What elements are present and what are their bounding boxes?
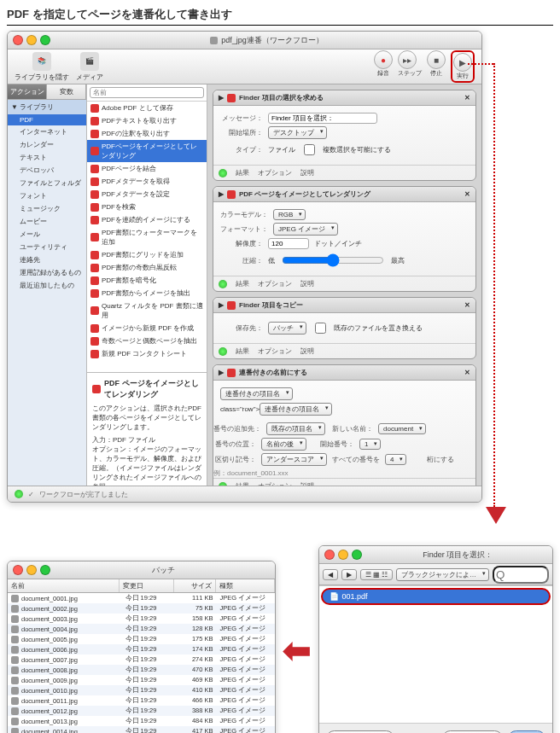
file-row[interactable]: document_0005.jpg今日 19:29175 KBJPEG イメージ: [8, 634, 275, 644]
action-item[interactable]: PDF書類を暗号化: [87, 274, 207, 287]
step-button[interactable]: ▸▸: [398, 50, 417, 69]
action-column: Adobe PDF として保存PDFテキストを取り出すPDFの注釈を取り出すPD…: [87, 84, 207, 486]
workflow-step[interactable]: ▶PDF ページをイメージとしてレンダリング✕カラーモデル：RGBフォーマット：…: [213, 186, 476, 292]
tab-variables[interactable]: 変数: [47, 84, 86, 99]
sidebar-item[interactable]: メール: [8, 228, 86, 241]
action-item[interactable]: PDFメタデータを設定: [87, 188, 207, 201]
minimize-button[interactable]: [26, 35, 37, 45]
file-row[interactable]: document_0014.jpg今日 19:29417 KBJPEG イメージ: [8, 726, 275, 733]
status-bar: ✓ ワークフローが完了しました: [8, 486, 481, 502]
action-item[interactable]: PDFテキストを取り出す: [87, 114, 207, 127]
page-title: PDF を指定してページを連番化して書き出す: [7, 7, 553, 26]
workflow-icon: [210, 37, 218, 44]
action-item[interactable]: PDFの注釈を取り出す: [87, 127, 207, 140]
file-row[interactable]: document_0003.jpg今日 19:29158 KBJPEG イメージ: [8, 614, 275, 624]
action-item[interactable]: Adobe PDF として保存: [87, 102, 207, 114]
file-row[interactable]: document_0004.jpg今日 19:29128 KBJPEG イメージ: [8, 624, 275, 634]
pdf-icon: 📄: [330, 592, 339, 601]
action-item[interactable]: PDFページをイメージとしてレンダリング: [87, 140, 207, 162]
window-title: pdf_jpg連番（ワークフロー）: [221, 35, 324, 46]
close-button[interactable]: [13, 565, 23, 575]
zoom-button[interactable]: [352, 550, 362, 560]
forward-button[interactable]: ▶: [341, 569, 357, 580]
sidebar-library[interactable]: ▼ ライブラリ: [8, 100, 86, 114]
sidebar-item[interactable]: 運用記録があるもの: [8, 266, 86, 279]
toolbar: 📚ライブラリを隠す 🎬メディア ●録音 ▸▸ステップ ■停止 ▶実行: [8, 49, 481, 84]
workflow-area[interactable]: ▶Finder 項目の選択を求める✕メッセージ：開始場所：デスクトップタイプ：フ…: [207, 84, 481, 486]
zoom-button[interactable]: [40, 35, 50, 45]
action-item[interactable]: PDF書類からイメージを抽出: [87, 287, 207, 300]
sidebar-item[interactable]: ファイルとフォルダ: [8, 177, 86, 189]
sidebar-item[interactable]: 最近追加したもの: [8, 279, 86, 292]
action-item[interactable]: 新規 PDF コンタクトシート: [87, 347, 207, 360]
path-dropdown[interactable]: ブラックジャックによ…: [396, 568, 489, 581]
sidebar-item[interactable]: インターネット: [8, 125, 86, 138]
sidebar-item[interactable]: 連絡先: [8, 253, 86, 266]
record-button[interactable]: ●: [374, 50, 393, 69]
view-buttons[interactable]: ☰ ▦ ☷: [360, 569, 393, 580]
action-icon: [92, 385, 101, 393]
file-row[interactable]: document_0012.jpg今日 19:29388 KBJPEG イメージ: [8, 706, 275, 716]
automator-window: pdf_jpg連番（ワークフロー） 📚ライブラリを隠す 🎬メディア ●録音 ▸▸…: [7, 31, 482, 503]
dialog-toolbar: ◀ ▶ ☰ ▦ ☷ ブラックジャックによ…: [319, 564, 552, 585]
arrow-down: [486, 507, 506, 524]
sidebar-item[interactable]: カレンダー: [8, 138, 86, 151]
dialog-list[interactable]: 📄001.pdf: [319, 585, 552, 724]
workflow-step[interactable]: ▶Finder 項目をコピー✕保存先：バッチ 既存のファイルを置き換える結果オプ…: [213, 297, 476, 359]
workflow-step[interactable]: ▶Finder 項目の選択を求める✕メッセージ：開始場所：デスクトップタイプ：フ…: [213, 90, 476, 181]
back-button[interactable]: ◀: [323, 569, 338, 580]
search-input[interactable]: [90, 87, 204, 98]
zoom-button[interactable]: [40, 565, 50, 575]
workflow-step[interactable]: ▶連番付きの名前にする✕連番付きの項目名class="row">連番付きの項目名…: [213, 364, 476, 486]
open-dialog: Finder 項目を選択： ◀ ▶ ☰ ▦ ☷ ブラックジャックによ… 📄001…: [318, 545, 553, 733]
stop-button[interactable]: ■: [427, 50, 446, 69]
sidebar-item[interactable]: テキスト: [8, 151, 86, 164]
file-row[interactable]: document_0013.jpg今日 19:29484 KBJPEG イメージ: [8, 716, 275, 726]
titlebar: pdf_jpg連番（ワークフロー）: [8, 32, 481, 49]
action-item[interactable]: PDFを検索: [87, 201, 207, 213]
action-item[interactable]: PDFページを結合: [87, 162, 207, 175]
sidebar-item[interactable]: ユーティリティ: [8, 241, 86, 253]
sidebar-item[interactable]: ミュージック: [8, 202, 86, 215]
file-row[interactable]: document_0001.jpg今日 19:29111 KBJPEG イメージ: [8, 593, 275, 603]
action-item[interactable]: PDFを連続的イメージにする: [87, 213, 207, 226]
media-button[interactable]: 🎬メディア: [76, 52, 103, 82]
file-row[interactable]: document_0007.jpg今日 19:29274 KBJPEG イメージ: [8, 654, 275, 665]
action-item[interactable]: PDF書類にウォーターマークを追加: [87, 226, 207, 248]
dialog-title: Finder 項目を選択：: [369, 550, 547, 561]
description-pane: PDF ページをイメージとしてレンダリング このアクションは、選択されたPDF書…: [87, 372, 207, 486]
sidebar-item[interactable]: ムービー: [8, 215, 86, 228]
file-row[interactable]: document_0009.jpg今日 19:29469 KBJPEG イメージ: [8, 675, 275, 685]
sidebar-item[interactable]: フォント: [8, 189, 86, 202]
file-item-selected[interactable]: 📄001.pdf: [321, 588, 551, 605]
status-icon: [15, 490, 23, 498]
action-item[interactable]: PDF書類の奇数白黒反転: [87, 261, 207, 274]
hide-library-button[interactable]: 📚ライブラリを隠す: [15, 52, 69, 82]
close-button[interactable]: [324, 550, 335, 560]
search-field[interactable]: [493, 566, 549, 584]
close-button[interactable]: [13, 35, 23, 45]
sidebar-item[interactable]: デベロッパ: [8, 164, 86, 177]
run-button-highlight: ▶実行: [451, 50, 475, 83]
finder-title: バッチ: [152, 565, 175, 576]
arrow-left: ⬅: [283, 631, 312, 670]
action-item[interactable]: Quartz フィルタを PDF 書類に適用: [87, 300, 207, 322]
library-sidebar: アクション 変数 ▼ ライブラリ PDF インターネットカレンダーテキストデベロ…: [8, 84, 87, 486]
file-row[interactable]: document_0002.jpg今日 19:2975 KBJPEG イメージ: [8, 603, 275, 614]
run-button[interactable]: ▶: [453, 53, 472, 72]
action-item[interactable]: PDFメタデータを取得: [87, 175, 207, 188]
finder-headers[interactable]: 名前 変更日 サイズ 種類: [8, 579, 275, 593]
file-row[interactable]: document_0011.jpg今日 19:29466 KBJPEG イメージ: [8, 695, 275, 706]
file-row[interactable]: document_0010.jpg今日 19:29410 KBJPEG イメージ: [8, 685, 275, 695]
minimize-button[interactable]: [338, 550, 348, 560]
file-row[interactable]: document_0008.jpg今日 19:29470 KBJPEG イメージ: [8, 665, 275, 675]
tab-actions[interactable]: アクション: [8, 84, 47, 99]
action-item[interactable]: イメージから新規 PDF を作成: [87, 322, 207, 335]
file-row[interactable]: document_0006.jpg今日 19:29174 KBJPEG イメージ: [8, 644, 275, 654]
finder-window: バッチ 名前 変更日 サイズ 種類 document_0001.jpg今日 19…: [7, 561, 276, 733]
action-item[interactable]: 奇数ページと偶数ページを抽出: [87, 335, 207, 347]
minimize-button[interactable]: [26, 565, 37, 575]
sidebar-pdf[interactable]: PDF: [8, 114, 86, 125]
action-item[interactable]: PDF書類にグリッドを追加: [87, 248, 207, 261]
